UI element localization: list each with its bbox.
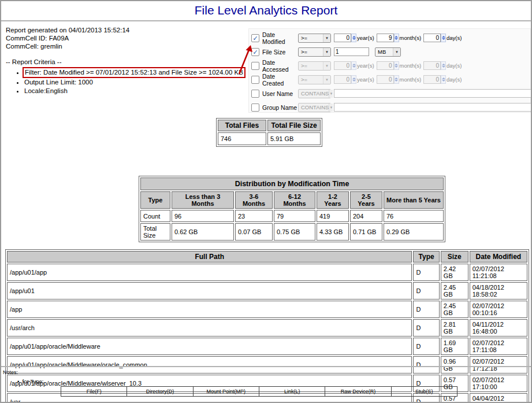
files-table: Full Path Type Size Date Modified /app/u… [5, 249, 529, 403]
cell-path: /app [7, 301, 412, 318]
type-legend-cell: Link(L) [259, 387, 325, 397]
cell: 23 [235, 210, 273, 222]
date-accessed-years-field[interactable]: 0 [334, 61, 351, 70]
cell: 76 [384, 210, 444, 222]
date-accessed-checkbox[interactable] [251, 62, 259, 70]
user-name-operator-select[interactable]: CONTAINS ▼ [298, 89, 331, 98]
user-name-input[interactable] [334, 89, 531, 98]
cell: 0.75 GB [274, 223, 315, 241]
spinner-icon[interactable] [441, 34, 446, 42]
filter-highlight-box: Filter: Date Modified >= 07/01/2012 15:5… [23, 67, 245, 78]
cell-type: D [413, 356, 439, 374]
date-accessed-operator-select[interactable]: >= ▼ [298, 61, 331, 71]
total-files-value: 746 [218, 132, 266, 145]
files-row: /app D 2.45 GB 02/07/2012 00:10:16 [7, 301, 527, 318]
distribution-size-row: Total Size 0.62 GB 0.07 GB 0.75 GB 4.33 … [140, 223, 444, 241]
type-legend-cell: Raw Device(R) [325, 387, 391, 397]
group-name-operator-select[interactable]: CONTAINS ▼ [298, 103, 331, 112]
date-modified-label: Date Modified [262, 31, 298, 45]
cell-type: D [413, 264, 439, 281]
files-row: /usr/arch D 2.81 GB 04/11/2012 16:48:00 [7, 319, 527, 337]
commcell-id-line: CommCell ID: FA09A [6, 35, 129, 43]
chevron-down-icon: ▼ [323, 34, 330, 42]
filter-row-date-created: Date Created >= ▼ 0 year(s) 0 month(s) 0… [251, 75, 530, 84]
column-header: Type [140, 191, 170, 209]
chevron-down-icon: ▼ [323, 62, 330, 70]
spinner-icon[interactable] [441, 75, 446, 84]
date-created-days-field[interactable]: 0 [423, 75, 441, 84]
date-created-months-field[interactable]: 0 [377, 75, 394, 84]
column-header: 6-12 Months [274, 191, 315, 209]
cell-type: D [413, 282, 439, 300]
date-modified-operator-select[interactable]: >= ▼ [298, 34, 331, 43]
date-modified-checkbox[interactable] [251, 34, 259, 42]
months-unit-label: month(s) [400, 76, 421, 83]
date-modified-days-field[interactable]: 0 [423, 34, 441, 42]
days-unit-label: day(s) [447, 76, 462, 83]
type-legend-table: File(F) Directory(D) Mount Point(MP) Lin… [61, 386, 457, 397]
cell: 0.62 GB [172, 223, 234, 241]
cell-type: D [413, 301, 439, 318]
cell-date: 04/04/2012 12:13:36 [470, 393, 527, 403]
date-created-checkbox[interactable] [251, 76, 259, 84]
size-header: Size [441, 251, 468, 262]
date-modified-years-field[interactable]: 0 [334, 34, 351, 42]
operator-value: >= [301, 35, 307, 41]
filter-row-group-name: Group Name CONTAINS ▼ [251, 102, 530, 112]
cell-size: 1.69 GB [441, 338, 468, 355]
distribution-title: Distribution by Modification Time [140, 178, 444, 190]
totals-data-row: 746 5.91 GB [218, 132, 321, 145]
file-size-value-input[interactable] [334, 47, 369, 56]
group-name-checkbox[interactable] [251, 103, 259, 112]
date-accessed-months-field[interactable]: 0 [377, 61, 394, 70]
column-header: 3-6 Months [235, 191, 273, 209]
files-row: /app/u01/app/oracle/Middleware D 1.69 GB… [7, 338, 527, 355]
report-criteria-list: Filter: Date Modified >= 07/01/2012 15:5… [6, 67, 245, 95]
cell: 4.33 GB [317, 223, 349, 241]
days-unit-label: day(s) [447, 35, 462, 41]
cell-path: /usr/arch [7, 319, 412, 337]
cell-date: 04/11/2012 16:48:00 [470, 319, 527, 337]
user-name-checkbox[interactable] [251, 90, 259, 98]
cell: 0.29 GB [384, 223, 444, 241]
months-unit-label: month(s) [400, 35, 421, 41]
file-size-operator-select[interactable]: >= ▼ [298, 47, 331, 57]
row-label: Count [140, 210, 170, 222]
cell-date: 02/07/2012 17:10:00 [470, 375, 527, 392]
type-header: Type [413, 251, 439, 262]
file-size-unit-select[interactable]: MB ▼ [375, 47, 401, 57]
files-row: /app/u01 D 2.45 GB 04/18/2012 18:58:02 [7, 282, 527, 300]
spinner-icon[interactable] [394, 34, 399, 42]
date-created-years-field[interactable]: 0 [334, 75, 351, 84]
cell-date: 04/18/2012 18:58:02 [470, 282, 527, 300]
years-unit-label: year(s) [357, 62, 374, 69]
group-name-input[interactable] [334, 103, 531, 112]
criteria-output-limit-item: Output Line Limit: 1000 [24, 78, 245, 87]
cell-path: /app/u01/app/oracle/Middleware/oracle_co… [7, 356, 412, 374]
files-header-row: Full Path Type Size Date Modified [7, 251, 527, 262]
date-created-operator-select[interactable]: >= ▼ [298, 75, 331, 84]
cell: 419 [317, 210, 349, 222]
report-generated-line: Report generated on 04/01/2013 15:52:14 [6, 27, 129, 35]
file-size-label: File Size [262, 49, 298, 56]
spinner-icon[interactable] [351, 61, 356, 70]
spinner-icon[interactable] [441, 61, 446, 70]
spinner-icon[interactable] [394, 75, 399, 84]
file-size-checkbox[interactable] [251, 48, 259, 56]
date-modified-header: Date Modified [470, 251, 527, 262]
date-modified-months-field[interactable]: 9 [377, 34, 394, 42]
operator-value: >= [301, 76, 307, 83]
spinner-icon[interactable] [394, 61, 399, 70]
column-header: 2-5 Years [350, 191, 382, 209]
operator-value: CONTAINS [301, 104, 329, 110]
group-name-label: Group Name [262, 104, 298, 111]
commcell-line: CommCell: gremlin [6, 43, 129, 51]
date-accessed-days-field[interactable]: 0 [423, 61, 441, 70]
spinner-icon[interactable] [351, 75, 356, 84]
notes-label: Notes: [3, 369, 18, 375]
filter-row-user-name: User Name CONTAINS ▼ [251, 88, 530, 98]
spinner-icon[interactable] [351, 34, 356, 42]
filter-row-file-size: File Size >= ▼ MB ▼ [251, 47, 530, 57]
cell: 0.71 GB [350, 223, 382, 241]
distribution-table: Distribution by Modification Time Type L… [139, 176, 445, 242]
